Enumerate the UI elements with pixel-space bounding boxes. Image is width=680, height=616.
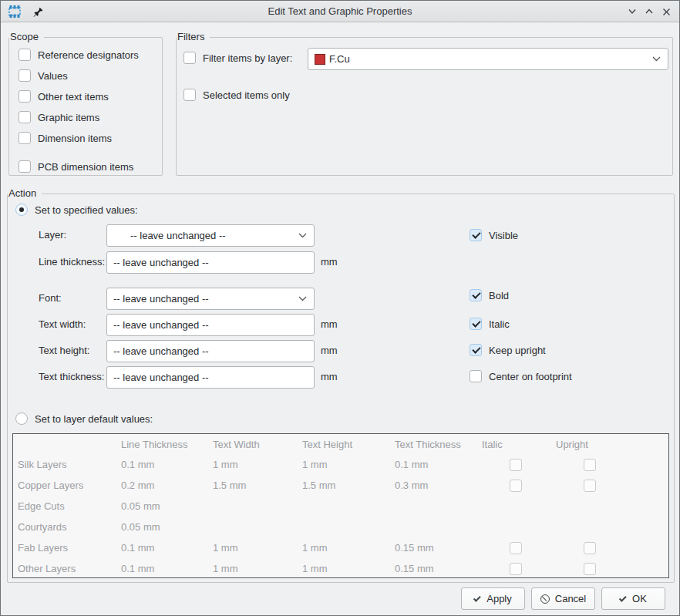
scope-graphic-items[interactable]: Graphic items — [19, 111, 99, 123]
radio-label: Set to specified values: — [35, 204, 138, 216]
set-to-specified-values-radio[interactable]: Set to specified values: — [15, 204, 138, 216]
layer-dropdown[interactable]: -- leave unchanged -- — [106, 224, 315, 247]
checkbox-label: Visible — [489, 230, 518, 241]
table-cell: 1.5 mm — [208, 475, 298, 496]
titlebar[interactable]: Edit Text and Graphic Properties — [1, 1, 679, 22]
upright-checkbox[interactable] — [584, 459, 596, 471]
checkbox[interactable] — [470, 289, 482, 301]
close-icon[interactable] — [659, 5, 673, 18]
ok-button[interactable]: OK — [601, 587, 665, 610]
checkbox[interactable] — [183, 89, 196, 101]
checkbox[interactable] — [19, 90, 31, 103]
checkbox[interactable] — [183, 52, 196, 64]
radio-button[interactable] — [15, 204, 28, 216]
text-thickness-input[interactable]: -- leave unchanged -- — [106, 366, 315, 389]
checkbox-label: Filter items by layer: — [203, 52, 292, 64]
table-cell: 0.1 mm — [116, 537, 208, 558]
upright-checkbox[interactable] — [584, 542, 596, 554]
checkbox[interactable] — [470, 370, 482, 382]
upright-checkbox[interactable] — [584, 563, 596, 575]
shade-icon[interactable] — [625, 5, 639, 18]
center-on-footprint-checkbox-row[interactable]: Center on footprint — [470, 370, 572, 382]
table-cell: 0.05 mm — [116, 496, 208, 517]
column-header: Upright — [551, 434, 668, 454]
italic-checkbox[interactable] — [510, 480, 522, 492]
cancel-button[interactable]: Cancel — [531, 587, 595, 610]
layer-filter-dropdown[interactable]: F.Cu — [308, 48, 668, 70]
pin-icon[interactable] — [30, 5, 45, 19]
layer-dropdown-value: -- leave unchanged -- — [113, 230, 226, 241]
visible-checkbox-row[interactable]: Visible — [470, 229, 518, 241]
scope-values[interactable]: Values — [19, 69, 68, 82]
text-height-value: -- leave unchanged -- — [113, 345, 209, 357]
layer-defaults-table: Line Thickness Text Width Text Height Te… — [12, 433, 669, 578]
line-thickness-unit: mm — [321, 256, 338, 268]
scope-other-text-items[interactable]: Other text items — [19, 90, 109, 103]
line-thickness-input[interactable]: -- leave unchanged -- — [106, 251, 315, 274]
checkbox-label: Values — [38, 70, 68, 82]
text-width-input[interactable]: -- leave unchanged -- — [106, 314, 315, 336]
table-cell: 0.2 mm — [116, 475, 208, 496]
filters-group-label: Filters — [177, 31, 210, 42]
filter-items-by-layer[interactable]: Filter items by layer: — [183, 52, 292, 64]
italic-checkbox[interactable] — [510, 459, 522, 471]
action-group: Action Set to specified values: Layer: -… — [7, 194, 675, 583]
checkbox[interactable] — [19, 160, 31, 173]
table-cell: 1 mm — [298, 537, 390, 558]
italic-checkbox[interactable] — [510, 542, 522, 554]
italic-checkbox[interactable] — [510, 563, 522, 575]
selected-items-only[interactable]: Selected items only — [183, 89, 290, 101]
font-dropdown[interactable]: -- leave unchanged -- — [106, 288, 315, 310]
text-height-field-label: Text height: — [39, 345, 90, 356]
checkbox[interactable] — [19, 132, 31, 144]
scope-dimension-items[interactable]: Dimension items — [19, 132, 112, 144]
checkbox[interactable] — [19, 49, 31, 61]
set-to-layer-default-values-radio[interactable]: Set to layer default values: — [15, 412, 153, 425]
table-row-label: Copper Layers — [13, 475, 116, 496]
checkbox-label: Center on footprint — [489, 371, 572, 382]
radio-button[interactable] — [15, 412, 28, 425]
text-thickness-value: -- leave unchanged -- — [113, 372, 209, 383]
checkbox-label: Italic — [489, 318, 510, 330]
scope-pcb-dimension-items[interactable]: PCB dimension items — [19, 160, 133, 173]
checkbox[interactable] — [19, 111, 31, 123]
column-header: Italic — [477, 434, 551, 454]
table-cell: 0.15 mm — [390, 558, 477, 579]
edit-text-graphic-properties-dialog: Edit Text and Graphic Properties — [0, 0, 680, 616]
text-height-unit: mm — [321, 345, 338, 356]
checkbox[interactable] — [470, 344, 482, 356]
check-icon — [619, 594, 627, 602]
scope-reference-designators[interactable]: Reference designators — [19, 49, 139, 61]
table-cell: 1 mm — [208, 454, 298, 475]
checkbox[interactable] — [19, 69, 31, 82]
column-header: Line Thickness — [116, 434, 208, 454]
font-field-label: Font: — [39, 292, 62, 304]
table-row-label: Silk Layers — [13, 454, 116, 475]
bold-checkbox-row[interactable]: Bold — [470, 289, 509, 301]
chevron-down-icon — [651, 56, 661, 62]
layer-color-swatch — [315, 54, 325, 65]
checkbox[interactable] — [470, 229, 482, 241]
column-header: Text Thickness — [390, 434, 477, 454]
radio-label: Set to layer default values: — [35, 413, 153, 425]
italic-checkbox-row[interactable]: Italic — [470, 318, 510, 330]
upright-checkbox[interactable] — [584, 480, 596, 492]
checkbox-label: Other text items — [38, 91, 109, 103]
line-thickness-value: -- leave unchanged -- — [113, 257, 209, 268]
table-cell: 1 mm — [208, 558, 298, 579]
checkbox[interactable] — [470, 318, 482, 330]
table-cell: 1 mm — [208, 537, 298, 558]
filters-group: Filters Filter items by layer: F.Cu Sele… — [176, 37, 673, 176]
table-cell: 0.15 mm — [390, 537, 477, 558]
apply-button[interactable]: Apply — [461, 587, 525, 610]
table-row-label: Other Layers — [13, 558, 116, 579]
table-row-label: Edge Cuts — [13, 496, 116, 517]
text-height-input[interactable]: -- leave unchanged -- — [106, 340, 315, 362]
layer-filter-value: F.Cu — [329, 53, 350, 65]
keep-upright-checkbox-row[interactable]: Keep upright — [470, 344, 546, 356]
unshade-icon[interactable] — [642, 5, 656, 18]
chevron-down-icon — [298, 295, 308, 302]
column-header: Text Height — [298, 434, 390, 454]
footprint-icon — [7, 5, 22, 19]
table-cell: 1 mm — [298, 558, 390, 579]
